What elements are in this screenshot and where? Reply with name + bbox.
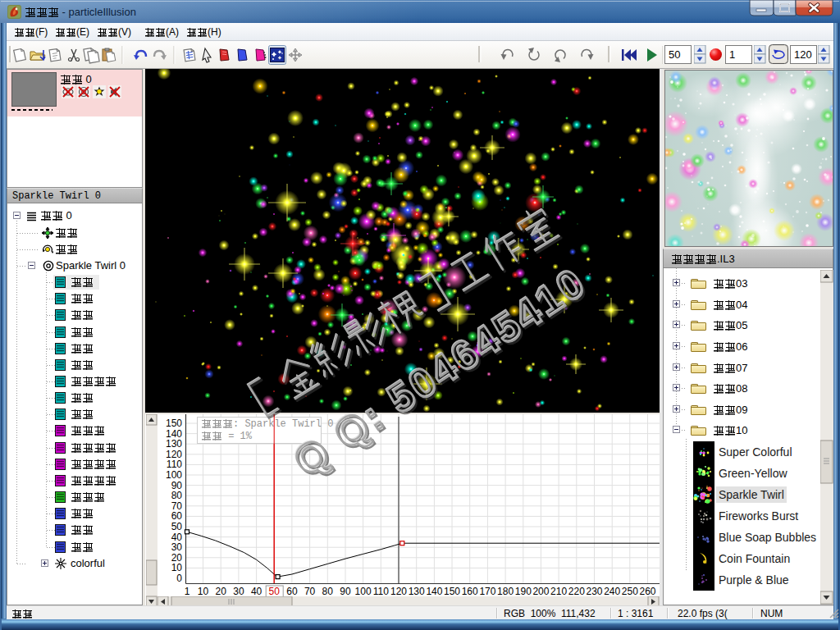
svg-text:210: 210: [550, 586, 567, 597]
svg-text:260: 260: [639, 586, 655, 597]
svg-text:120: 120: [166, 449, 182, 460]
svg-text:70: 70: [171, 500, 183, 512]
svg-text:80: 80: [322, 586, 334, 597]
svg-text:30: 30: [233, 586, 244, 597]
svg-text:140: 140: [426, 586, 442, 597]
svg-text:150: 150: [444, 586, 460, 597]
svg-text:0: 0: [176, 573, 182, 584]
svg-text:80: 80: [171, 490, 183, 501]
svg-text:10: 10: [171, 562, 183, 573]
svg-text:20: 20: [216, 586, 227, 597]
svg-text:70: 70: [304, 586, 316, 597]
svg-text:180: 180: [497, 586, 514, 597]
svg-text:90: 90: [340, 586, 351, 597]
svg-text:20: 20: [171, 552, 183, 564]
svg-text:110: 110: [167, 459, 182, 470]
svg-text:160: 160: [462, 586, 478, 597]
svg-text:60: 60: [286, 586, 298, 597]
svg-text:110: 110: [373, 586, 389, 597]
svg-text:40: 40: [251, 586, 262, 597]
svg-text:40: 40: [171, 532, 183, 543]
svg-text:60: 60: [171, 510, 183, 522]
svg-text:250: 250: [622, 586, 638, 597]
svg-text:50: 50: [171, 521, 183, 532]
svg-text:220: 220: [568, 586, 585, 597]
svg-text:10: 10: [198, 586, 209, 597]
svg-text:50: 50: [269, 586, 281, 597]
svg-text:230: 230: [586, 586, 602, 597]
svg-text:1: 1: [185, 586, 190, 597]
svg-text:30: 30: [171, 541, 183, 553]
svg-text:120: 120: [390, 586, 407, 597]
svg-text:240: 240: [604, 586, 620, 597]
svg-text:150: 150: [166, 418, 182, 429]
svg-text:190: 190: [515, 586, 532, 597]
svg-text:130: 130: [166, 438, 182, 450]
svg-text:100: 100: [166, 469, 182, 481]
svg-text:130: 130: [409, 586, 425, 597]
svg-text:100: 100: [355, 586, 372, 597]
svg-text:90: 90: [171, 480, 183, 491]
svg-text:170: 170: [479, 586, 495, 597]
svg-text:200: 200: [532, 586, 549, 597]
svg-text:140: 140: [166, 428, 182, 440]
